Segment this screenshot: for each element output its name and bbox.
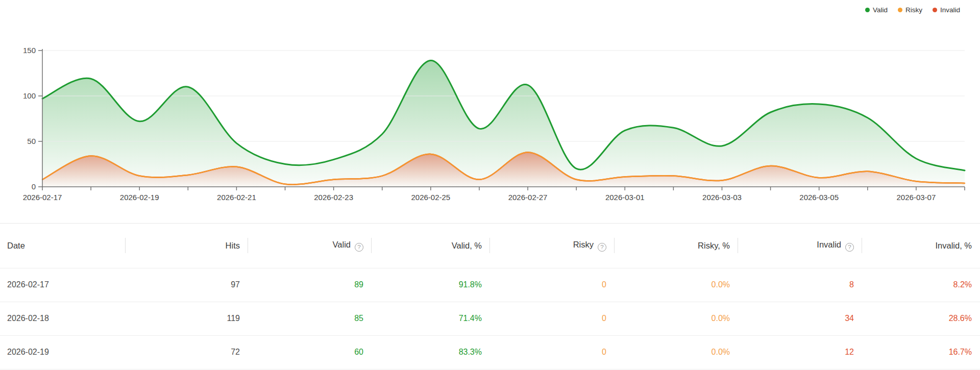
legend-label-risky: Risky [905,6,922,14]
cell-valid-pct: 83.3% [372,335,490,369]
help-icon[interactable]: ? [598,243,606,252]
y-tick-label: 0 [32,182,36,191]
cell-valid-pct: 91.8% [372,268,490,302]
column-header-invalid-pct: Invalid, % [862,224,980,268]
y-tick-label: 50 [27,137,36,145]
validation-area-chart: 0501001502026-02-172026-02-192026-02-212… [0,0,980,204]
cell-valid: 60 [248,335,372,369]
cell-invalid-pct: 28.6% [862,302,980,335]
chart-legend: Valid Risky Invalid [865,6,960,14]
column-header-risky-pct: Risky, % [615,224,738,268]
column-header-hits: Hits [126,224,248,268]
cell-invalid: 8 [738,268,862,302]
column-header-valid-pct: Valid, % [372,224,490,268]
legend-item-invalid[interactable]: Invalid [933,6,960,14]
x-tick-label: 2026-03-07 [897,193,936,202]
y-tick-label: 100 [23,91,36,100]
legend-label-invalid: Invalid [940,6,960,14]
x-tick-label: 2026-02-27 [508,193,548,202]
cell-invalid-pct: 8.2% [862,268,980,302]
cell-invalid: 12 [738,335,862,369]
cell-risky-pct: 0.0% [615,302,738,335]
cell-hits: 119 [126,302,248,335]
table-header-row: Date Hits Valid? Valid, % Risky? Risky, … [0,224,980,268]
stats-table: Date Hits Valid? Valid, % Risky? Risky, … [0,224,980,369]
cell-valid-pct: 71.4% [372,302,490,335]
cell-hits: 97 [126,268,248,302]
risky-dot-icon [898,8,902,12]
x-tick-label: 2026-02-21 [217,193,256,202]
cell-date: 2026-02-19 [0,335,126,369]
help-icon[interactable]: ? [845,243,854,252]
x-tick-label: 2026-02-17 [23,193,62,202]
cell-valid: 85 [248,302,372,335]
x-tick-label: 2026-02-25 [411,193,450,202]
column-header-risky: Risky? [490,224,615,268]
valid-dot-icon [865,8,870,12]
cell-invalid: 34 [738,302,862,335]
x-tick-label: 2026-02-19 [120,193,159,202]
legend-item-valid[interactable]: Valid [865,6,888,14]
legend-item-risky[interactable]: Risky [898,6,922,14]
x-tick-label: 2026-03-01 [605,193,645,202]
x-tick-label: 2026-02-23 [314,193,353,202]
validation-stats-page: Valid Risky Invalid 0501001502026-02-172… [0,0,980,370]
help-icon[interactable]: ? [355,243,363,252]
stats-table-section: Date Hits Valid? Valid, % Risky? Risky, … [0,223,980,369]
y-tick-label: 150 [23,46,36,55]
cell-risky: 0 [490,302,615,335]
cell-date: 2026-02-17 [0,268,126,302]
cell-risky: 0 [490,268,615,302]
x-tick-label: 2026-03-03 [702,193,742,202]
legend-label-valid: Valid [873,6,888,14]
cell-invalid-pct: 16.7% [862,335,980,369]
table-row: 2026-02-18 119 85 71.4% 0 0.0% 34 28.6% [0,302,980,335]
cell-risky-pct: 0.0% [615,335,738,369]
cell-date: 2026-02-18 [0,302,126,335]
column-header-date: Date [0,224,126,268]
invalid-dot-icon [933,8,937,12]
column-header-valid: Valid? [248,224,372,268]
cell-risky-pct: 0.0% [615,268,738,302]
x-tick-label: 2026-03-05 [799,193,839,202]
cell-hits: 72 [126,335,248,369]
table-row: 2026-02-17 97 89 91.8% 0 0.0% 8 8.2% [0,268,980,302]
column-header-invalid: Invalid? [738,224,862,268]
cell-valid: 89 [248,268,372,302]
cell-risky: 0 [490,335,615,369]
table-row: 2026-02-19 72 60 83.3% 0 0.0% 12 16.7% [0,335,980,369]
